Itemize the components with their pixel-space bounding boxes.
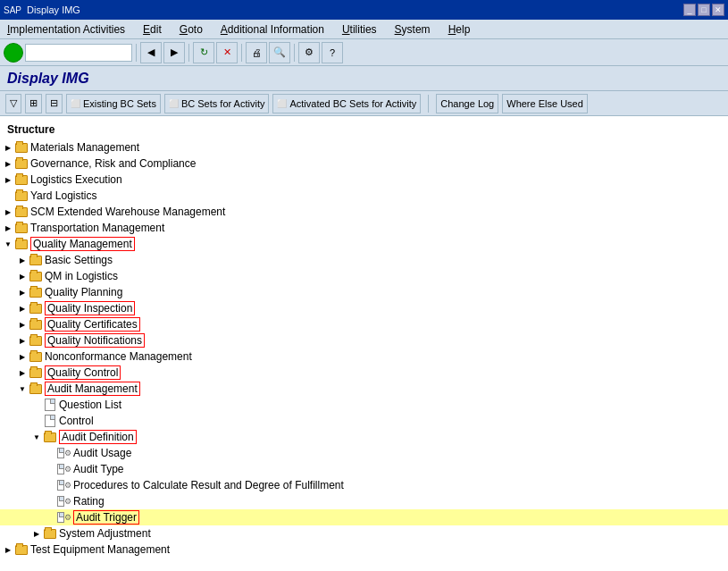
- tree-container[interactable]: ▶Materials Management▶Governance, Risk a…: [0, 139, 728, 558]
- filter-icon-button[interactable]: ▽: [5, 94, 21, 113]
- tree-arrow-transportation[interactable]: ▶: [2, 222, 14, 234]
- tree-arrow-question-list[interactable]: [30, 399, 43, 411]
- tree-item-qm-logistics[interactable]: ▶QM in Logistics: [0, 268, 728, 284]
- stop-button[interactable]: ✕: [216, 42, 238, 63]
- menu-help[interactable]: Help: [445, 21, 474, 38]
- where-else-used-button[interactable]: Where Else Used: [502, 94, 588, 113]
- box-outline-audit-management: Audit Management: [45, 382, 140, 396]
- close-button[interactable]: ✕: [712, 4, 724, 16]
- tree-item-audit-usage[interactable]: ⚙Audit Usage: [0, 445, 728, 461]
- tree-arrow-quality-control[interactable]: ▶: [16, 366, 29, 379]
- tree-arrow-yard-logistics[interactable]: [2, 189, 14, 202]
- tree-item-nonconformance[interactable]: ▶Nonconformance Management: [0, 348, 728, 365]
- tree-arrow-quality-inspection[interactable]: ▶: [16, 302, 29, 315]
- print-button[interactable]: 🖨: [246, 42, 267, 63]
- menu-system[interactable]: System: [391, 21, 434, 38]
- menu-goto[interactable]: Goto: [176, 21, 206, 38]
- tree-arrow-audit-management[interactable]: ▼: [16, 382, 29, 395]
- folder-icon-governance-risk: [14, 157, 29, 170]
- tree-item-quality-notifications[interactable]: ▶Quality Notifications: [0, 332, 728, 348]
- tree-arrow-basic-settings[interactable]: ▶: [16, 254, 29, 266]
- tree-item-system-adjustment[interactable]: ▶System Adjustment: [0, 525, 728, 542]
- menu-implementation-activities[interactable]: Implementation Activities: [4, 21, 129, 38]
- folder-icon-qm-logistics: [29, 270, 43, 282]
- tree-item-audit-definition[interactable]: ▼Audit Definition: [0, 429, 728, 445]
- tree-arrow-system-adjustment[interactable]: ▶: [30, 527, 43, 540]
- tree-item-audit-type[interactable]: ⚙Audit Type: [0, 461, 728, 477]
- tree-arrow-logistics-execution[interactable]: ▶: [2, 173, 14, 186]
- tree-arrow-governance-risk[interactable]: ▶: [2, 157, 14, 170]
- bc-sets-activity-button[interactable]: ⬜ BC Sets for Activity: [164, 94, 270, 113]
- collapse-button[interactable]: ⊟: [46, 94, 63, 113]
- status-indicator: [4, 43, 23, 63]
- tree-label-quality-certificates: Quality Certificates: [47, 318, 138, 331]
- settings-button[interactable]: ⚙: [298, 42, 320, 63]
- change-log-button[interactable]: Change Log: [436, 94, 498, 113]
- tree-label-audit-definition: Audit Definition: [62, 431, 134, 443]
- tree-item-procedures-calculate[interactable]: ⚙Procedures to Calculate Result and Degr…: [0, 477, 728, 493]
- refresh-button[interactable]: ↻: [193, 42, 214, 63]
- gear-page-icon-audit-type: ⚙: [57, 463, 71, 475]
- tree-item-logistics-execution[interactable]: ▶Logistics Execution: [0, 172, 728, 188]
- tree-item-scm-warehouse[interactable]: ▶SCM Extended Warehouse Management: [0, 204, 728, 220]
- tree-item-quality-certificates[interactable]: ▶Quality Certificates: [0, 316, 728, 332]
- tree-arrow-nonconformance[interactable]: ▶: [16, 350, 29, 363]
- tree-item-audit-trigger[interactable]: ⚙Audit Trigger: [0, 509, 728, 525]
- maximize-button[interactable]: □: [698, 4, 710, 16]
- forward-button[interactable]: ▶: [163, 42, 185, 63]
- command-field[interactable]: [25, 44, 132, 62]
- tree-item-question-list[interactable]: Question List: [0, 397, 728, 413]
- tree-label-audit-management: Audit Management: [47, 382, 138, 395]
- folder-icon-quality-certificates: [29, 318, 43, 331]
- gear-icon-audit-trigger: ⚙: [64, 513, 71, 522]
- tree-arrow-audit-trigger[interactable]: [45, 511, 57, 524]
- tree-item-materials-management[interactable]: ▶Materials Management: [0, 139, 728, 155]
- tree-arrow-quality-notifications[interactable]: ▶: [16, 334, 29, 347]
- bc-sets-activity-label: BC Sets for Activity: [181, 98, 265, 109]
- tree-label-system-adjustment: System Adjustment: [59, 527, 151, 540]
- menu-edit[interactable]: Edit: [139, 21, 165, 38]
- folder-icon-logistics-execution: [14, 173, 29, 186]
- tree-item-quality-management[interactable]: ▼Quality Management: [0, 236, 728, 252]
- tree-arrow-rating[interactable]: [45, 495, 57, 508]
- tree-arrow-quality-certificates[interactable]: ▶: [16, 318, 29, 331]
- folder-icon-quality-notifications: [29, 334, 43, 347]
- tree-item-test-equipment[interactable]: ▶Test Equipment Management: [0, 542, 728, 558]
- tree-item-yard-logistics[interactable]: Yard Logistics: [0, 188, 728, 204]
- box-outline-quality-control: Quality Control: [45, 365, 121, 380]
- tree-arrow-quality-planning[interactable]: ▶: [16, 286, 29, 298]
- tree-item-transportation[interactable]: ▶Transportation Management: [0, 220, 728, 236]
- tree-arrow-quality-management[interactable]: ▼: [2, 238, 14, 250]
- expand-button[interactable]: ⊞: [25, 94, 42, 113]
- box-outline-quality-notifications: Quality Notifications: [45, 333, 145, 348]
- tree-arrow-scm-warehouse[interactable]: ▶: [2, 206, 14, 218]
- menu-utilities[interactable]: Utilities: [339, 21, 381, 38]
- gear-icon-audit-type: ⚙: [64, 465, 71, 474]
- activated-bc-sets-button[interactable]: ⬜ Activated BC Sets for Activity: [272, 94, 421, 113]
- tree-item-governance-risk[interactable]: ▶Governance, Risk and Compliance: [0, 155, 728, 172]
- tree-item-control[interactable]: Control: [0, 413, 728, 429]
- tree-item-quality-inspection[interactable]: ▶Quality Inspection: [0, 300, 728, 316]
- tree-arrow-audit-definition[interactable]: ▼: [30, 431, 43, 443]
- tree-item-audit-management[interactable]: ▼Audit Management: [0, 381, 728, 397]
- existing-bc-sets-button[interactable]: ⬜ Existing BC Sets: [66, 94, 161, 113]
- tree-arrow-audit-type[interactable]: [45, 463, 57, 475]
- help-icon-button[interactable]: ?: [322, 42, 343, 63]
- img-toolbar: ▽ ⊞ ⊟ ⬜ Existing BC Sets ⬜ BC Sets for A…: [0, 91, 728, 116]
- minimize-button[interactable]: _: [683, 4, 696, 16]
- tree-arrow-procedures-calculate[interactable]: [45, 479, 57, 491]
- tree-item-quality-control[interactable]: ▶Quality Control: [0, 365, 728, 381]
- tree-arrow-qm-logistics[interactable]: ▶: [16, 270, 29, 282]
- tree-item-basic-settings[interactable]: ▶Basic Settings: [0, 252, 728, 268]
- tree-label-quality-inspection: Quality Inspection: [47, 302, 132, 315]
- back-button[interactable]: ◀: [140, 42, 162, 63]
- menu-additional-information[interactable]: Additional Information: [217, 21, 328, 38]
- tree-item-rating[interactable]: ⚙Rating: [0, 493, 728, 509]
- tree-arrow-control[interactable]: [30, 415, 43, 427]
- tree-arrow-audit-usage[interactable]: [45, 447, 57, 459]
- tree-arrow-materials-management[interactable]: ▶: [2, 141, 14, 154]
- tree-arrow-test-equipment[interactable]: ▶: [2, 543, 14, 556]
- tree-label-control: Control: [59, 415, 94, 427]
- find-button[interactable]: 🔍: [269, 42, 290, 63]
- tree-item-quality-planning[interactable]: ▶Quality Planning: [0, 284, 728, 300]
